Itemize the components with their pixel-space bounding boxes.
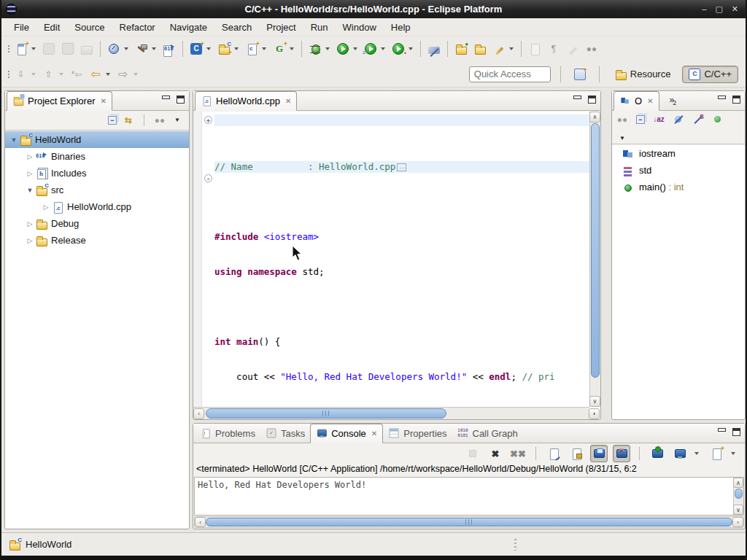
new-c-file-dropdown[interactable] — [262, 47, 266, 50]
scrollbar-thumb[interactable] — [206, 518, 732, 526]
link-with-editor-icon[interactable]: ⇆ — [123, 114, 134, 126]
close-button[interactable]: ✕ — [732, 4, 738, 14]
display-console-dropdown[interactable] — [694, 452, 699, 455]
menu-edit[interactable]: Edit — [37, 20, 66, 35]
remove-all-terminated-button[interactable]: ✖✖ — [509, 445, 527, 462]
new-global-button[interactable]: G+ — [270, 39, 289, 58]
console-vertical-scrollbar[interactable]: ∧ ∨ — [733, 478, 743, 515]
fold-expand-marker[interactable]: + — [204, 116, 212, 124]
tree-item-binaries[interactable]: ▷ Binaries — [5, 148, 189, 165]
tab-tasks[interactable]: ✓ Tasks — [260, 424, 310, 443]
open-console-button[interactable]: + — [708, 445, 725, 462]
next-annotation-dropdown[interactable] — [31, 73, 36, 76]
expander-icon[interactable]: ▷ — [24, 153, 36, 160]
profile-button[interactable]: ≡ — [361, 39, 380, 58]
folded-region-box[interactable]: .. — [397, 163, 406, 171]
binary-view-button[interactable] — [160, 39, 179, 58]
hide-fields-icon[interactable] — [673, 114, 684, 125]
editor-horizontal-scrollbar[interactable]: ‹ › — [193, 407, 589, 419]
last-edit-location-button[interactable]: *⇦ — [67, 65, 86, 84]
external-tools-dropdown[interactable] — [124, 47, 128, 50]
close-icon[interactable]: ✕ — [647, 97, 653, 105]
menu-project[interactable]: Project — [260, 20, 302, 35]
open-resource-button[interactable] — [471, 39, 489, 58]
save-all-button[interactable] — [58, 39, 77, 58]
view-menu-icon[interactable]: ▼ — [616, 133, 628, 144]
build-button[interactable] — [132, 39, 151, 58]
print-button[interactable] — [77, 39, 96, 58]
collapse-all-icon[interactable]: − — [636, 115, 645, 124]
view-menu-icon[interactable]: ▼ — [171, 114, 183, 126]
scroll-right-icon[interactable]: › — [732, 517, 743, 527]
scroll-right-icon[interactable]: › — [589, 408, 600, 419]
next-annotation-button[interactable]: ⇩ — [12, 65, 31, 84]
tab-project-explorer[interactable]: ▤ Project Explorer ✕ — [7, 91, 112, 111]
new-c-file-button[interactable]: c+ — [242, 39, 261, 58]
maximize-button[interactable]: ▢ — [715, 4, 722, 14]
open-perspective-button[interactable]: + — [570, 65, 589, 84]
expander-icon[interactable]: ▷ — [24, 237, 36, 244]
menu-run[interactable]: Run — [304, 20, 335, 35]
scroll-down-icon[interactable]: ∨ — [589, 396, 600, 407]
expander-icon[interactable]: ▷ — [40, 203, 52, 211]
collapse-all-icon[interactable]: − — [108, 116, 117, 125]
expander-icon[interactable]: ▷ — [24, 220, 36, 228]
scrollbar-thumb[interactable] — [591, 123, 600, 378]
scroll-left-icon[interactable]: ‹ — [195, 517, 206, 527]
new-wizard-button[interactable]: + — [12, 39, 31, 58]
stacked-views-indicator[interactable]: »2 — [670, 95, 676, 106]
tab-outline[interactable]: O ✕ — [614, 91, 659, 111]
tree-item-includes[interactable]: ▷ Includes — [5, 165, 189, 182]
search-button[interactable] — [489, 39, 508, 58]
new-global-dropdown[interactable] — [290, 47, 294, 50]
previous-annotation-button[interactable]: ⇧ — [39, 65, 58, 84]
outline-item-main[interactable]: main() : int — [612, 179, 745, 195]
open-console-dropdown[interactable] — [731, 452, 735, 455]
menu-navigate[interactable]: Navigate — [163, 20, 214, 35]
back-button[interactable]: ⇦ — [86, 65, 105, 84]
new-c-project-dropdown[interactable] — [206, 47, 211, 50]
scroll-lock-button[interactable] — [568, 445, 585, 462]
menu-search[interactable]: Search — [215, 20, 258, 35]
menu-refactor[interactable]: Refactor — [113, 20, 162, 35]
perspective-cpp[interactable]: C C/C++ — [682, 66, 738, 83]
focus-icon[interactable]: ●● — [616, 114, 628, 125]
tree-item-helloworld[interactable]: ▼ C HelloWorld — [5, 131, 189, 148]
menu-file[interactable]: File — [7, 20, 36, 35]
minimize-view-button[interactable] — [573, 96, 581, 102]
external-tools-button[interactable] — [104, 39, 123, 58]
run-dropdown[interactable] — [353, 47, 357, 50]
clear-console-button[interactable] — [545, 445, 562, 462]
perspective-resource[interactable]: Resource — [609, 66, 677, 82]
focus-icon[interactable]: ●● — [154, 114, 166, 126]
minimize-button[interactable]: – — [702, 4, 706, 14]
new-c-folder-dropdown[interactable] — [234, 47, 239, 50]
more-actions-button[interactable]: ●● — [582, 39, 601, 58]
hide-non-public-icon[interactable] — [712, 114, 724, 125]
tree-item-helloworld-cpp[interactable]: ▷ .c HelloWorld.cpp — [5, 198, 189, 215]
scroll-up-icon[interactable]: ∧ — [733, 478, 743, 488]
show-stderr-button[interactable] — [613, 445, 630, 462]
scroll-down-icon[interactable]: ∨ — [733, 505, 743, 515]
show-stdout-button[interactable] — [590, 445, 608, 462]
hide-static-icon[interactable]: S — [692, 114, 704, 125]
remove-launch-button[interactable]: ✖ — [487, 445, 504, 462]
new-wizard-dropdown[interactable] — [31, 47, 36, 50]
close-icon[interactable]: ✕ — [100, 97, 106, 105]
editor-vertical-scrollbar[interactable]: ∧ ∨ — [589, 112, 600, 407]
back-dropdown[interactable] — [106, 73, 110, 76]
debug-button[interactable] — [306, 39, 325, 58]
tree-item-src[interactable]: ▼ C src — [5, 182, 189, 198]
tab-call-graph[interactable]: 10100101 Call Graph — [452, 424, 523, 443]
show-whitespace-button[interactable]: ¶ — [544, 39, 563, 58]
coverage-button[interactable]: ▪ — [389, 39, 408, 58]
close-icon[interactable]: ✕ — [371, 429, 377, 438]
expander-icon[interactable]: ▼ — [8, 136, 20, 144]
menu-window[interactable]: Window — [336, 20, 383, 35]
tab-problems[interactable]: ! Problems — [195, 424, 260, 443]
maximize-view-button[interactable] — [732, 428, 740, 436]
quick-access-input[interactable] — [469, 66, 551, 82]
search-dropdown[interactable] — [509, 47, 514, 50]
outline-item-iostream[interactable]: iostream — [612, 145, 745, 162]
code-text[interactable]: // Name : HelloWorld.cpp.. #include <ios… — [214, 112, 589, 407]
